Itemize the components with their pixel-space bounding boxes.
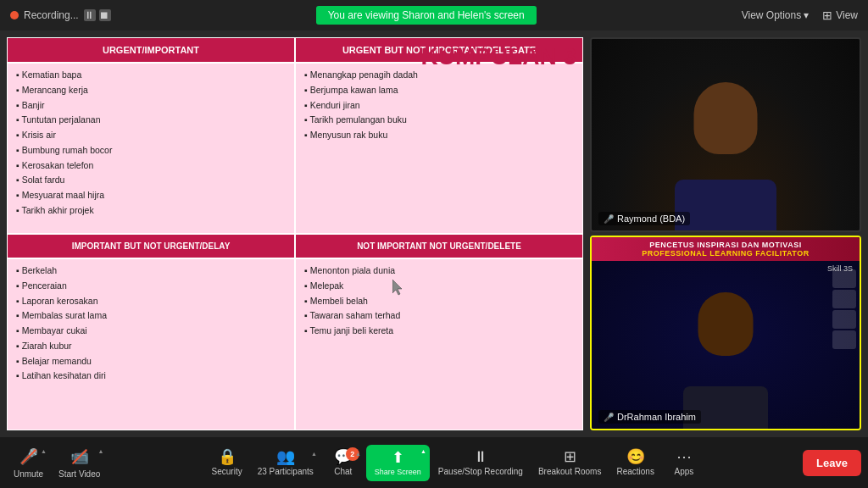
bottom-toolbar: 🎤 Unmute ▲ 📹 Start Video ▲ 🔒 Security 👥 — [0, 437, 868, 488]
quadrant-3-container: IMPORTANT BUT NOT URGENT/DELAY Berkelah … — [7, 234, 295, 430]
share-caret[interactable]: ▲ — [420, 448, 426, 454]
unmute-button[interactable]: 🎤 Unmute ▲ — [7, 443, 50, 482]
drrahman-label: 🎤 DrRahman Ibrahim — [598, 410, 701, 424]
stop-recording-btn[interactable]: ⏹ — [99, 9, 111, 21]
list-item: Menyusun rak buku — [304, 129, 574, 142]
participants-count: 23 — [258, 467, 267, 476]
logo-2 — [832, 290, 856, 308]
reactions-button[interactable]: 😊 Reactions — [609, 446, 660, 480]
view-btn[interactable]: ⊞ View — [822, 8, 858, 22]
recording-controls: ⏸ ⏹ — [84, 9, 111, 21]
right-panel: 🎤 Raymond (BDA) PENCETUS INSPIRASI DAN M… — [590, 37, 861, 430]
list-item: Menonton piala dunia — [304, 264, 574, 278]
unmute-caret[interactable]: ▲ — [41, 448, 47, 454]
pause-recording-btn[interactable]: ⏸ — [84, 9, 96, 21]
list-item: Laporan kerosakan — [16, 295, 286, 308]
chat-label: Chat — [334, 467, 352, 476]
quadrant-1: Kematian bapa Merancang kerja Banjir Tun… — [7, 63, 295, 234]
header-q3: IMPORTANT BUT NOT URGENT/DELAY — [7, 234, 295, 258]
security-label: Security — [212, 467, 242, 476]
participants-text: Participants — [270, 467, 314, 476]
list-item: Solat fardu — [16, 174, 286, 187]
participant-video-drrahman: PENCETUS INSPIRASI DAN MOTIVASI PROFESSI… — [590, 236, 861, 430]
raymond-name: Raymond (BDA) — [617, 214, 685, 224]
apps-icon: ⋯ — [676, 449, 692, 464]
chat-button[interactable]: 💬 2 Chat ▲ — [322, 446, 364, 480]
list-item: Ziarah kubur — [16, 340, 286, 353]
list-item: Kenduri jiran — [304, 99, 574, 113]
leave-button[interactable]: Leave — [803, 450, 861, 476]
share-screen-button[interactable]: ⬆ Share Screen ▲ — [366, 445, 430, 481]
main-area: KUMPULAN 3 URGENT/IMPORTANT URGENT BUT N… — [0, 30, 868, 437]
list-item: Berjumpa kawan lama — [304, 84, 574, 97]
list-item: Tarikh akhir projek — [16, 204, 286, 218]
q3-list: Berkelah Penceraian Laporan kerosakan Me… — [16, 264, 286, 383]
logo-3 — [832, 310, 856, 329]
header-q4: NOT IMPORTANT NOT URGENT/DELETE — [295, 234, 583, 258]
list-item: Banjir — [16, 99, 286, 113]
list-item: Belajar memandu — [16, 355, 286, 369]
security-button[interactable]: 🔒 Security — [205, 446, 249, 480]
list-item: Kematian bapa — [16, 69, 286, 82]
top-bar: Recording... ⏸ ⏹ You are viewing Sharon … — [0, 0, 868, 30]
list-item: Temu janji beli kereta — [304, 324, 574, 338]
quadrant-2: Menangkap penagih dadah Berjumpa kawan l… — [295, 63, 583, 234]
list-item: Tuntutan perjalanan — [16, 114, 286, 127]
view-options-btn[interactable]: View Options ▾ — [742, 9, 809, 21]
breakout-rooms-button[interactable]: ⊞ Breakout Rooms — [531, 446, 608, 480]
q4-list: Menonton piala dunia Melepak Membeli bel… — [304, 264, 574, 338]
slide-grid-bottom: IMPORTANT BUT NOT URGENT/DELAY Berkelah … — [7, 234, 583, 430]
kumpulan-text: KUMPULAN 3 — [420, 44, 576, 70]
list-item: Tawaran saham terhad — [304, 309, 574, 323]
drrahman-name: DrRahman Ibrahim — [617, 412, 696, 422]
viewing-banner: You are viewing Sharon and Helen's scree… — [316, 6, 537, 25]
participants-caret[interactable]: ▲ — [311, 451, 317, 457]
video-icon: 📹 — [70, 446, 90, 467]
toolbar-center: 🔒 Security 👥 23 Participants ▲ 💬 2 Chat … — [205, 445, 705, 481]
raymond-head — [694, 82, 758, 154]
presenter-banner-line2: PROFESSIONAL LEARNING FACILITATOR — [598, 249, 853, 258]
participants-icon: 👥 — [276, 449, 295, 464]
header-q1: URGENT/IMPORTANT — [7, 37, 295, 63]
list-item: Menangkap penagih dadah — [304, 69, 574, 82]
record-label: Pause/Stop Recording — [438, 467, 523, 476]
list-item: Bumbung rumah bocor — [16, 144, 286, 158]
list-item: Kerosakan telefon — [16, 159, 286, 173]
presenter-banner: PENCETUS INSPIRASI DAN MOTIVASI PROFESSI… — [592, 237, 860, 261]
raymond-label: 🎤 Raymond (BDA) — [598, 212, 690, 225]
mic-icon: 🎤 — [19, 446, 39, 467]
video-caret[interactable]: ▲ — [97, 448, 103, 454]
shield-icon: 🔒 — [218, 449, 236, 464]
list-item: Tarikh pemulangan buku — [304, 114, 574, 127]
start-video-button[interactable]: 📹 Start Video ▲ — [52, 443, 107, 482]
chat-caret[interactable]: ▲ — [355, 451, 361, 457]
toolbar-right: Leave — [803, 450, 861, 476]
video-label: Start Video — [58, 469, 100, 479]
pause-icon: ⏸ — [473, 449, 488, 464]
recording-label: Recording... — [24, 9, 79, 21]
share-icon: ⬆ — [392, 450, 404, 465]
presenter-banner-line1: PENCETUS INSPIRASI DAN MOTIVASI — [598, 241, 853, 249]
drrahman-head — [698, 292, 754, 356]
list-item: Membalas surat lama — [16, 309, 286, 323]
recording-indicator: Recording... ⏸ ⏹ — [10, 9, 111, 21]
list-item: Berkelah — [16, 264, 286, 278]
logo-4 — [832, 330, 856, 349]
reactions-icon: 😊 — [626, 449, 645, 464]
toolbar-left: 🎤 Unmute ▲ 📹 Start Video ▲ — [7, 443, 107, 482]
list-item: Mesyuarat maal hijra — [16, 189, 286, 202]
apps-button[interactable]: ⋯ Apps — [663, 446, 705, 480]
breakout-icon: ⊞ — [564, 449, 576, 464]
participants-button[interactable]: 👥 23 Participants ▲ — [251, 446, 320, 480]
list-item: Membayar cukai — [16, 324, 286, 338]
kumpulan-title: KUMPULAN 3 — [420, 44, 576, 70]
list-item: Merancang kerja — [16, 84, 286, 97]
pause-recording-button[interactable]: ⏸ Pause/Stop Recording — [431, 446, 530, 480]
share-label: Share Screen — [375, 468, 421, 476]
list-item: Membeli belah — [304, 295, 574, 308]
list-item: Latihan kesihatan diri — [16, 369, 286, 383]
list-item: Melepak — [304, 280, 574, 293]
logo-strip — [832, 269, 856, 349]
slide-area: KUMPULAN 3 URGENT/IMPORTANT URGENT BUT N… — [7, 37, 583, 430]
q2-list: Menangkap penagih dadah Berjumpa kawan l… — [304, 69, 574, 142]
